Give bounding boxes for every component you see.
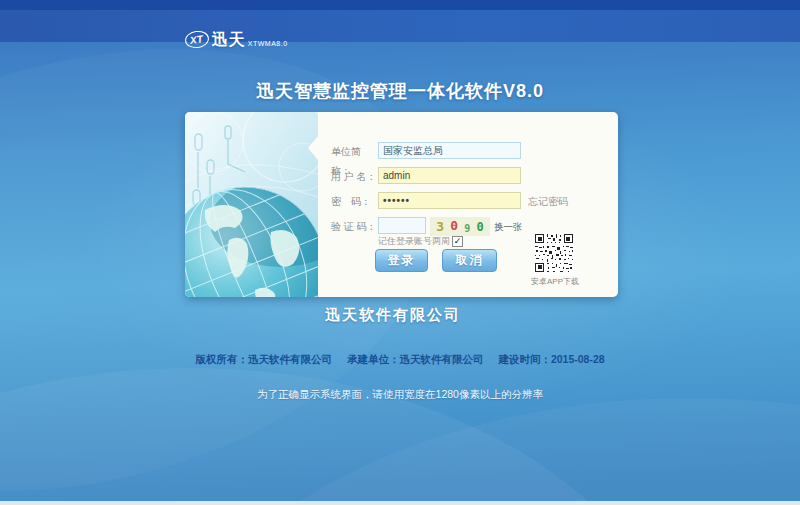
forgot-password-link[interactable]: 忘记密码 (528, 192, 568, 211)
captcha-digit: 3 (436, 219, 444, 234)
login-panel: 单位简称： 用 户 名： 密 码： 忘记密码 验 证 码： 3 0 9 0 换一… (185, 112, 618, 297)
captcha-label: 验 证 码： (331, 217, 377, 236)
captcha-refresh-link[interactable]: 换一张 (494, 217, 523, 236)
captcha-input[interactable] (378, 217, 426, 234)
panel-arrow-icon (308, 136, 318, 160)
captcha-digit: 9 (464, 223, 470, 234)
remember-label: 记住登录账号两周 (378, 235, 450, 248)
company-name: 迅天软件有限公司 (0, 306, 786, 325)
qr-code (534, 233, 576, 275)
app-logo: XT 迅天 XTWMA8.0 (185, 26, 288, 48)
remember-row: 记住登录账号两周 ✓ (378, 235, 463, 248)
globe-illustration (185, 112, 318, 297)
page-title: 迅天智慧监控管理一体化软件V8.0 (0, 79, 800, 103)
resolution-note: 为了正确显示系统界面，请使用宽度在1280像素以上的分辨率 (0, 388, 800, 402)
password-label: 密 码： (331, 192, 377, 211)
remember-checkbox[interactable]: ✓ (452, 236, 463, 247)
logo-version: XTWMA8.0 (248, 40, 288, 47)
login-button[interactable]: 登录 (375, 249, 428, 272)
builder-text: 承建单位：迅天软件有限公司 (347, 353, 484, 367)
build-time-text: 建设时间：2015-08-28 (498, 353, 604, 367)
bottom-light-strip (0, 501, 800, 505)
login-screen: XT 迅天 XTWMA8.0 迅天智慧监控管理一体化软件V8.0 (0, 0, 800, 505)
captcha-image: 3 0 9 0 (430, 217, 490, 236)
password-input[interactable] (378, 192, 521, 209)
captcha-digit: 0 (450, 218, 458, 233)
footer: 版权所有：迅天软件有限公司 承建单位：迅天软件有限公司 建设时间：2015-08… (0, 353, 800, 367)
top-blue-band (0, 10, 800, 42)
captcha-digit: 0 (477, 220, 484, 234)
logo-xt-icon: XT (184, 29, 210, 49)
qr-caption: 安卓APP下载 (529, 276, 581, 287)
logo-brand-name: 迅天 (212, 32, 246, 48)
copyright-text: 版权所有：迅天软件有限公司 (195, 353, 332, 367)
username-label: 用 户 名： (331, 167, 377, 186)
top-dark-band (0, 0, 800, 10)
username-input[interactable] (378, 167, 521, 184)
cancel-button[interactable]: 取消 (442, 249, 497, 272)
org-input[interactable] (378, 142, 521, 159)
